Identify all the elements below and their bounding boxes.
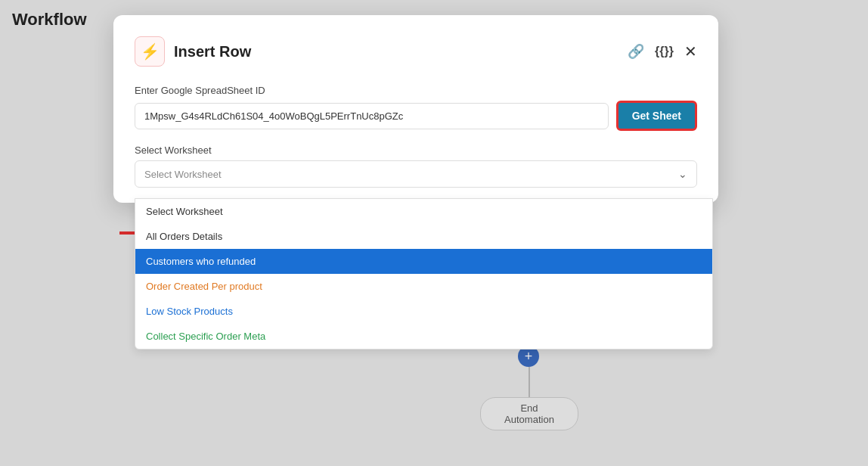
dropdown-item-1[interactable]: All Orders Details <box>135 224 712 249</box>
code-icon[interactable]: {‍{‍}} <box>655 45 674 58</box>
lightning-icon: ⚡ <box>141 42 160 61</box>
modal-title-group: ⚡ Insert Row <box>135 36 251 67</box>
dropdown-item-2[interactable]: Customers who refunded <box>135 249 712 274</box>
spreadsheet-id-input[interactable] <box>135 103 609 129</box>
select-worksheet-label: Select Worksheet <box>135 144 697 156</box>
modal-actions: 🔗 {‍{‍}} ✕ <box>628 42 697 61</box>
modal-header: ⚡ Insert Row 🔗 {‍{‍}} ✕ <box>135 36 697 67</box>
spreadsheet-input-row: Get Sheet <box>135 101 697 131</box>
get-sheet-button[interactable]: Get Sheet <box>616 101 697 131</box>
dropdown-item-5[interactable]: Collect Specific Order Meta <box>135 324 712 349</box>
spreadsheet-label: Enter Google SpreadSheet ID <box>135 85 697 96</box>
dropdown-item-3[interactable]: Order Created Per product <box>135 274 712 299</box>
modal-title: Insert Row <box>174 43 251 61</box>
insert-row-modal: ⚡ Insert Row 🔗 {‍{‍}} ✕ Enter Google Spr… <box>113 15 718 203</box>
chevron-down-icon: ⌄ <box>678 168 687 180</box>
select-worksheet-value: Select Worksheet <box>144 169 222 180</box>
link-icon[interactable]: 🔗 <box>628 43 644 60</box>
close-button[interactable]: ✕ <box>684 42 697 61</box>
dropdown-item-0[interactable]: Select Worksheet <box>135 199 712 224</box>
worksheet-dropdown: Select Worksheet All Orders Details Cust… <box>135 198 713 350</box>
modal-icon: ⚡ <box>135 36 165 67</box>
select-worksheet-box[interactable]: Select Worksheet ⌄ <box>135 160 697 188</box>
dropdown-item-4[interactable]: Low Stock Products <box>135 299 712 324</box>
